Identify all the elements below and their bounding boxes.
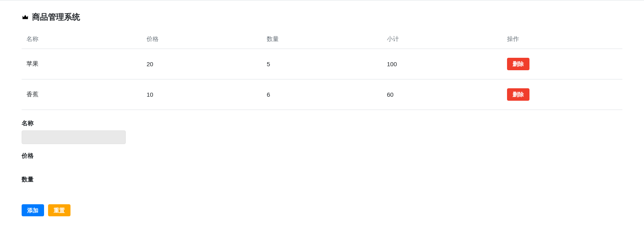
quantity-label: 数量 (22, 176, 622, 183)
th-price: 价格 (142, 30, 262, 49)
price-label: 价格 (22, 152, 622, 160)
reset-button[interactable]: 重置 (48, 204, 70, 217)
cell-subtotal: 60 (382, 79, 502, 110)
cell-name: 苹果 (22, 49, 142, 79)
product-table: 名称 价格 数量 小计 操作 苹果 20 5 100 删除 香蕉 10 6 (22, 30, 622, 110)
cell-price: 10 (142, 79, 262, 110)
th-quantity: 数量 (262, 30, 382, 49)
table-row: 香蕉 10 6 60 删除 (22, 79, 622, 110)
delete-button[interactable]: 删除 (507, 88, 529, 101)
cell-subtotal: 100 (382, 49, 502, 79)
page-title: 商品管理系统 (22, 12, 622, 22)
cell-name: 香蕉 (22, 79, 142, 110)
th-name: 名称 (22, 30, 142, 49)
add-button[interactable]: 添加 (22, 204, 44, 217)
name-label: 名称 (22, 120, 622, 127)
cell-quantity: 5 (262, 49, 382, 79)
name-input[interactable] (22, 130, 126, 144)
th-action: 操作 (502, 30, 622, 49)
cell-quantity: 6 (262, 79, 382, 110)
delete-button[interactable]: 删除 (507, 58, 529, 70)
th-subtotal: 小计 (382, 30, 502, 49)
table-row: 苹果 20 5 100 删除 (22, 49, 622, 79)
cell-price: 20 (142, 49, 262, 79)
page-title-text: 商品管理系统 (32, 12, 80, 22)
crown-icon (22, 14, 29, 21)
